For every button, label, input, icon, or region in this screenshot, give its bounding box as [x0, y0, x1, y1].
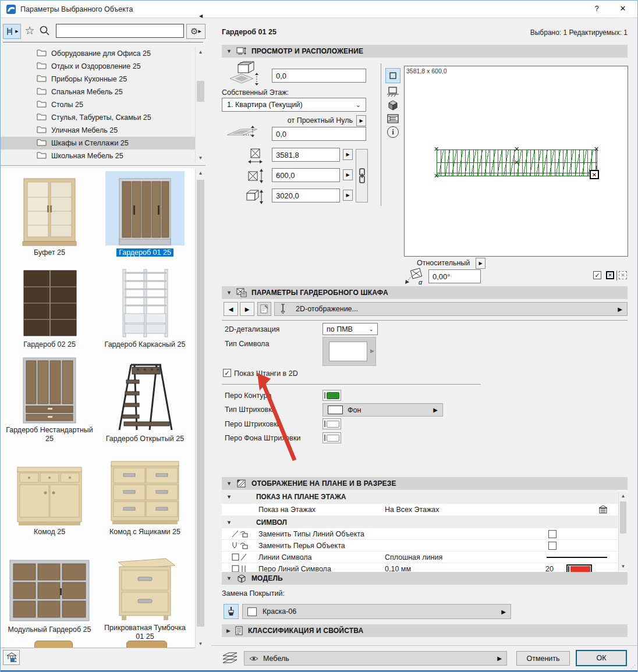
- parameter-page-selector[interactable]: 2D-отображение... ▶: [274, 302, 628, 316]
- next-page-button[interactable]: ▶: [240, 302, 254, 316]
- help-button[interactable]: ?: [590, 4, 604, 16]
- search-input[interactable]: [56, 24, 184, 38]
- tree-item[interactable]: Оборудование для Офиса 25: [1, 47, 195, 60]
- preview-elevation-button[interactable]: [387, 86, 399, 100]
- bottom-elevation-input[interactable]: [272, 127, 366, 141]
- section-classification[interactable]: ▶ КЛАССИФИКАЦИЯ И СВОЙСТВА: [222, 624, 628, 637]
- scrollbar-thumb[interactable]: [197, 180, 204, 627]
- thumbnail-scrollbar[interactable]: ▲ ▼: [195, 168, 205, 648]
- library-item-selected[interactable]: Гардероб 01 25: [101, 170, 189, 258]
- contour-pen-button[interactable]: [322, 390, 341, 401]
- hotspot[interactable]: ✕: [594, 146, 599, 152]
- layer-select[interactable]: Мебель ▶: [244, 651, 507, 666]
- section-wardrobe-parameters[interactable]: ▼ ПАРАМЕТРЫ ГАРДЕРОБНОГО ШКАФА: [222, 286, 628, 299]
- fill-pen-button[interactable]: [322, 418, 341, 429]
- library-item-partial[interactable]: [34, 641, 73, 648]
- group-row-floorplan[interactable]: ▼ ПОКАЗ НА ПЛАНЕ ЭТАЖА: [222, 490, 618, 504]
- detail-level-select[interactable]: по ПМВ ⌄: [322, 323, 378, 335]
- reference-level-menu-button[interactable]: ▶: [356, 115, 366, 126]
- scroll-down-icon[interactable]: ▼: [196, 639, 205, 648]
- library-item[interactable]: Комод с Ящиками 25: [101, 451, 189, 537]
- preview-canvas[interactable]: 3581,8 x 600,0 ✕ ✕ ✕ ✕ ✕ ✕: [404, 66, 628, 257]
- top-elevation-input[interactable]: [272, 69, 366, 83]
- show-bar-2d-checkbox[interactable]: ✓: [223, 369, 231, 377]
- favorites-star-icon[interactable]: ☆: [23, 24, 37, 38]
- previous-page-button[interactable]: ◀: [224, 302, 238, 316]
- object-type-button[interactable]: ▶: [3, 24, 21, 39]
- close-button[interactable]: ✕: [615, 4, 630, 16]
- selected-hotspot[interactable]: ✕: [590, 170, 599, 179]
- scrollbar-thumb[interactable]: [197, 81, 204, 102]
- table-row-show-on-stories[interactable]: Показ на Этажах На Всех Этажах: [222, 504, 618, 516]
- library-item[interactable]: Гардероб 02 25: [5, 261, 94, 350]
- length-menu-button[interactable]: ▶: [343, 149, 353, 160]
- scroll-down-icon[interactable]: ▼: [196, 153, 205, 162]
- table-row-symbol-pen[interactable]: Перо Линий Символа 0,10 мм 20: [222, 563, 618, 572]
- library-item[interactable]: Гардероб Нестандартный 25: [5, 355, 94, 444]
- relative-angle-menu-button[interactable]: ▶: [476, 258, 485, 269]
- scroll-up-icon[interactable]: ▲: [196, 47, 205, 56]
- tree-item[interactable]: Уличная Мебель 25: [1, 124, 195, 137]
- tree-item[interactable]: Приборы Кухонные 25: [1, 73, 195, 86]
- scroll-down-icon[interactable]: ▼: [619, 561, 628, 571]
- load-library-object-button[interactable]: [3, 650, 20, 665]
- table-row-override-line-types[interactable]: Заменить Типы Линий Объекта: [222, 528, 618, 540]
- hotspot[interactable]: ✕: [514, 159, 519, 166]
- library-item[interactable]: Гардероб Каркасный 25: [101, 261, 189, 350]
- search-icon[interactable]: [39, 25, 52, 38]
- library-item[interactable]: Гардероб Открытый 25: [101, 355, 189, 444]
- depth-input[interactable]: [272, 168, 340, 182]
- cancel-button[interactable]: Отменить: [516, 651, 570, 666]
- tree-item[interactable]: Спальная Мебель 25: [1, 86, 195, 98]
- parameter-notes-button[interactable]: [257, 302, 271, 316]
- library-item[interactable]: Модульный Гардероб 25: [5, 542, 94, 635]
- preview-2d-symbol-button[interactable]: [385, 68, 400, 83]
- resize-grip[interactable]: ⋰: [630, 664, 636, 670]
- override-line-types-checkbox[interactable]: [548, 530, 557, 538]
- tree-item[interactable]: Школьная Мебель 25: [1, 150, 195, 162]
- hotspot[interactable]: ✕: [434, 173, 439, 179]
- symbol-pen-color-button[interactable]: [566, 564, 592, 573]
- material-brush-button[interactable]: [224, 604, 239, 619]
- scroll-up-icon[interactable]: ▲: [196, 168, 205, 177]
- preview-pictures-button[interactable]: [387, 113, 399, 127]
- hotspot-filter-selected-button[interactable]: ✕: [606, 271, 614, 279]
- table-scrollbar[interactable]: ▲ ▼: [618, 491, 628, 571]
- home-story-select[interactable]: 1. Квартира (Текущий) ⌄: [222, 98, 366, 112]
- scroll-up-icon[interactable]: ▲: [619, 491, 628, 500]
- hotspot[interactable]: ✕: [514, 146, 519, 152]
- library-item-partial[interactable]: [126, 641, 167, 648]
- preview-3d-button[interactable]: [387, 99, 399, 113]
- library-item[interactable]: Буфет 25: [5, 170, 94, 258]
- scrollbar-thumb[interactable]: [620, 502, 626, 534]
- tree-item[interactable]: Отдых и Оздоровление 25: [1, 60, 195, 73]
- tree-item-selected[interactable]: Шкафы и Стеллажи 25: [1, 137, 195, 150]
- table-row-override-pens[interactable]: Заменить Перья Объекта: [222, 540, 618, 552]
- fill-type-select[interactable]: Фон ▶: [322, 403, 443, 417]
- settings-gear-button[interactable]: ⚙ ▶: [186, 24, 205, 39]
- library-item[interactable]: Комод 25: [5, 451, 94, 537]
- hotspot-filter-unselected-button[interactable]: ✕: [619, 271, 627, 279]
- rotation-angle-input[interactable]: [428, 269, 481, 283]
- tree-scrollbar[interactable]: ▲ ▼: [195, 47, 205, 162]
- depth-menu-button[interactable]: ▶: [343, 169, 353, 180]
- ok-button[interactable]: ОК: [576, 650, 627, 666]
- hotspot[interactable]: ✕: [434, 146, 439, 152]
- panel-collapse-arrow[interactable]: ◀: [199, 13, 203, 19]
- table-row-symbol-lines[interactable]: Линии Символа Сплошная линия: [222, 552, 618, 563]
- show-hotspots-checkbox[interactable]: ✓: [593, 271, 601, 279]
- tree-item[interactable]: Стулья, Табуреты, Скамьи 25: [1, 111, 195, 124]
- library-item[interactable]: Прикроватная Тумбочка 01 25: [101, 542, 189, 642]
- height-input[interactable]: [272, 189, 340, 202]
- material-select[interactable]: Краска-06 ▶: [242, 604, 511, 619]
- height-menu-button[interactable]: ▶: [343, 190, 353, 201]
- info-icon[interactable]: i: [387, 126, 399, 138]
- chain-link-button[interactable]: [356, 149, 368, 202]
- group-row-symbol[interactable]: ▼ СИМВОЛ: [222, 516, 618, 528]
- section-floorplan-display[interactable]: ▼ ОТОБРАЖЕНИЕ НА ПЛАНЕ И В РАЗРЕЗЕ: [222, 477, 628, 490]
- symbol-type-preview[interactable]: ▶: [322, 337, 376, 366]
- section-model[interactable]: ▼ МОДЕЛЬ: [222, 572, 628, 585]
- fill-background-pen-button[interactable]: [322, 432, 341, 443]
- length-input[interactable]: [272, 148, 340, 162]
- section-preview-positioning[interactable]: ▼ ПРОСМОТР И РАСПОЛОЖЕНИЕ: [222, 45, 628, 58]
